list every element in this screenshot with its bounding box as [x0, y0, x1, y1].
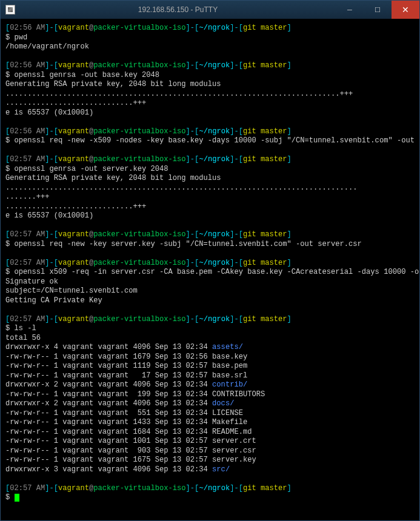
listing-row: drwxrwxr-x 2 vagrant vagrant 4096 Sep 13… [5, 399, 419, 409]
output-line: .............................+++ [5, 99, 419, 108]
listing-row: -rw-rw-r-- 1 vagrant vagrant 17 Sep 13 0… [5, 371, 419, 381]
prompt-line: [02:56 AM]-[vagrant@packer-virtualbox-is… [5, 24, 419, 33]
window-controls: ─ ☐ ✕ [336, 1, 419, 19]
output-line: Signature ok [5, 277, 419, 287]
blank-line [5, 249, 419, 259]
listing-row: -rw-rw-r-- 1 vagrant vagrant 199 Sep 13 … [5, 390, 419, 400]
output-line: ........................................… [5, 184, 419, 193]
window-title: 192.168.56.150 - PuTTY [20, 5, 336, 14]
output-line: subject=/CN=tunnel.svenbit.com [5, 287, 419, 296]
titlebar[interactable]: 192.168.56.150 - PuTTY ─ ☐ ✕ [1, 1, 419, 19]
close-button[interactable]: ✕ [392, 1, 419, 19]
output-line: /home/vagrant/ngrok [5, 42, 419, 52]
listing-row: -rw-rw-r-- 1 vagrant vagrant 1684 Sep 13… [5, 428, 419, 437]
output-line: Generating RSA private key, 2048 bit lon… [5, 80, 419, 90]
listing-row: -rw-rw-r-- 1 vagrant vagrant 1119 Sep 13… [5, 362, 419, 371]
listing-row: drwxrwxr-x 2 vagrant vagrant 4096 Sep 13… [5, 380, 419, 390]
prompt-line: [02:57 AM]-[vagrant@packer-virtualbox-is… [5, 259, 419, 268]
maximize-button[interactable]: ☐ [364, 1, 392, 19]
blank-line [5, 305, 419, 315]
blank-line [5, 146, 419, 156]
prompt-line: [02:57 AM]-[vagrant@packer-virtualbox-is… [5, 230, 419, 240]
output-line: Generating RSA private key, 2048 bit lon… [5, 174, 419, 184]
prompt-line: [02:56 AM]-[vagrant@packer-virtualbox-is… [5, 127, 419, 137]
command-line: $ openssl req -new -x509 -nodes -key bas… [5, 136, 419, 146]
command-line: $ pwd [5, 33, 419, 43]
listing-row: -rw-rw-r-- 1 vagrant vagrant 1001 Sep 13… [5, 437, 419, 446]
output-line: e is 65537 (0x10001) [5, 211, 419, 221]
putty-icon [5, 5, 15, 15]
output-line: total 56 [5, 334, 419, 343]
listing-row: drwxrwxr-x 3 vagrant vagrant 4096 Sep 13… [5, 465, 419, 475]
command-line: $ openssl x509 -req -in server.csr -CA b… [5, 268, 419, 277]
listing-row: -rw-rw-r-- 1 vagrant vagrant 903 Sep 13 … [5, 446, 419, 456]
output-line: e is 65537 (0x10001) [5, 108, 419, 118]
command-line: $ openssl genrsa -out base.key 2048 [5, 71, 419, 81]
blank-line [5, 118, 419, 127]
output-line: .......+++ [5, 193, 419, 202]
output-line: ........................................… [5, 90, 419, 99]
command-line: $ openssl genrsa -out server.key 2048 [5, 165, 419, 174]
listing-row: drwxrwxr-x 4 vagrant vagrant 4096 Sep 13… [5, 343, 419, 353]
output-line: Getting CA Private Key [5, 296, 419, 306]
listing-row: -rw-rw-r-- 1 vagrant vagrant 1679 Sep 13… [5, 353, 419, 362]
blank-line [5, 221, 419, 231]
command-line: $ ls -l [5, 324, 419, 334]
putty-window: 192.168.56.150 - PuTTY ─ ☐ ✕ [02:56 AM]-… [0, 0, 420, 521]
minimize-button[interactable]: ─ [336, 1, 364, 19]
prompt-line: [02:56 AM]-[vagrant@packer-virtualbox-is… [5, 61, 419, 71]
terminal-area[interactable]: [02:56 AM]-[vagrant@packer-virtualbox-is… [1, 19, 419, 520]
listing-row: -rw-rw-r-- 1 vagrant vagrant 551 Sep 13 … [5, 409, 419, 419]
prompt-line: [02:57 AM]-[vagrant@packer-virtualbox-is… [5, 315, 419, 325]
blank-line [5, 503, 419, 513]
output-line: .............................+++ [5, 202, 419, 212]
cursor [15, 494, 19, 502]
blank-line [5, 52, 419, 62]
command-line: $ openssl req -new -key server.key -subj… [5, 240, 419, 250]
listing-row: -rw-rw-r-- 1 vagrant vagrant 1675 Sep 13… [5, 456, 419, 465]
command-line[interactable]: $ [5, 493, 419, 503]
listing-row: -rw-rw-r-- 1 vagrant vagrant 1433 Sep 13… [5, 418, 419, 428]
prompt-line: [02:57 AM]-[vagrant@packer-virtualbox-is… [5, 155, 419, 165]
blank-line [5, 474, 419, 484]
prompt-line: [02:57 AM]-[vagrant@packer-virtualbox-is… [5, 484, 419, 494]
